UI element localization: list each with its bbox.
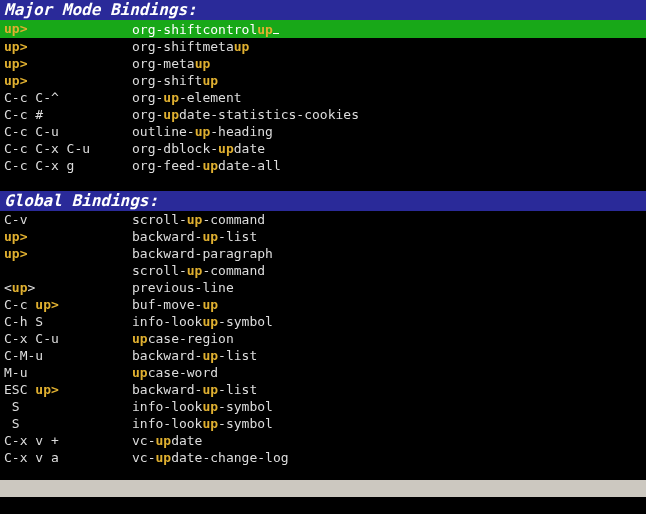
command-column: vc-update-change-log [132, 449, 642, 466]
key-column: S [4, 415, 132, 432]
binding-row[interactable]: M-uupcase-word [0, 364, 646, 381]
key-column: C-c C-u [4, 123, 132, 140]
key-column: C-h S [4, 313, 132, 330]
command-column: org-update-statistics-cookies [132, 106, 642, 123]
command-column: org-up-element [132, 89, 642, 106]
key-column: C-c up> [4, 296, 132, 313]
key-column: up> [4, 245, 132, 262]
key-column: up> [4, 55, 132, 72]
key-column: C-c C-^ [4, 89, 132, 106]
command-column: info-lookup-symbol [132, 313, 642, 330]
key-column [4, 262, 132, 279]
command-column: buf-move-up [132, 296, 642, 313]
binding-row[interactable]: C-c C-uoutline-up-heading [0, 123, 646, 140]
binding-row[interactable]: C-x C-uupcase-region [0, 330, 646, 347]
key-column: C-x v + [4, 432, 132, 449]
command-column: backward-up-list [132, 228, 642, 245]
command-column: info-lookup-symbol [132, 415, 642, 432]
binding-row[interactable]: C-c C-^org-up-element [0, 89, 646, 106]
command-column: scroll-up-command [132, 262, 642, 279]
command-column: backward-up-list [132, 347, 642, 364]
command-column: info-lookup-symbol [132, 398, 642, 415]
command-column: org-metaup [132, 55, 642, 72]
command-column: org-dblock-update [132, 140, 642, 157]
key-column: C-c # [4, 106, 132, 123]
binding-row[interactable]: C-vscroll-up-command [0, 211, 646, 228]
binding-row[interactable]: C-x v avc-update-change-log [0, 449, 646, 466]
binding-row[interactable]: scroll-up-command [0, 262, 646, 279]
key-column: up> [4, 38, 132, 55]
command-column: upcase-region [132, 330, 642, 347]
key-column: C-M-u [4, 347, 132, 364]
binding-row[interactable]: C-c #org-update-statistics-cookies [0, 106, 646, 123]
minibuffer[interactable]: pattern: up [0, 497, 646, 514]
binding-row[interactable]: ESC up>backward-up-list [0, 381, 646, 398]
section-header: Global Bindings: [0, 191, 646, 211]
key-column: <up> [4, 279, 132, 296]
command-column: outline-up-heading [132, 123, 642, 140]
binding-row[interactable]: up>backward-paragraph [0, 245, 646, 262]
command-column: upcase-word [132, 364, 642, 381]
modeline: *helm* L1 [9 Candidate(s)] C-h m:Help TA… [0, 480, 646, 497]
key-column: C-c C-x g [4, 157, 132, 174]
key-column: up> [4, 228, 132, 245]
binding-row[interactable]: up>org-shiftup [0, 72, 646, 89]
command-column: vc-update [132, 432, 642, 449]
binding-row[interactable]: C-M-ubackward-up-list [0, 347, 646, 364]
key-column: M-u [4, 364, 132, 381]
key-column: C-v [4, 211, 132, 228]
binding-row[interactable]: up>backward-up-list [0, 228, 646, 245]
section-header: Major Mode Bindings: [0, 0, 646, 20]
binding-row[interactable]: up>org-metaup [0, 55, 646, 72]
command-column: backward-paragraph [132, 245, 642, 262]
binding-row[interactable]: C-c C-x gorg-feed-update-all [0, 157, 646, 174]
command-column: scroll-up-command [132, 211, 642, 228]
command-column: previous-line [132, 279, 642, 296]
binding-row[interactable]: up>org-shiftmetaup [0, 38, 646, 55]
key-column: S [4, 398, 132, 415]
binding-row[interactable]: <up>previous-line [0, 279, 646, 296]
binding-row[interactable]: Sinfo-lookup-symbol [0, 415, 646, 432]
key-column: C-x C-u [4, 330, 132, 347]
binding-row[interactable]: up>org-shiftcontrolup [0, 20, 646, 38]
command-column: backward-up-list [132, 381, 642, 398]
command-column: org-shiftmetaup [132, 38, 642, 55]
key-column: C-x v a [4, 449, 132, 466]
binding-row[interactable]: C-c up>buf-move-up [0, 296, 646, 313]
binding-row[interactable]: C-h Sinfo-lookup-symbol [0, 313, 646, 330]
binding-row[interactable]: C-x v +vc-update [0, 432, 646, 449]
key-column: ESC up> [4, 381, 132, 398]
spacer [0, 174, 646, 191]
key-column: up> [4, 72, 132, 89]
command-column: org-feed-update-all [132, 157, 642, 174]
key-column: C-c C-x C-u [4, 140, 132, 157]
binding-row[interactable]: C-c C-x C-uorg-dblock-update [0, 140, 646, 157]
command-column: org-shiftup [132, 72, 642, 89]
binding-row[interactable]: Sinfo-lookup-symbol [0, 398, 646, 415]
command-column: org-shiftcontrolup [132, 20, 642, 38]
key-column: up> [4, 20, 132, 38]
